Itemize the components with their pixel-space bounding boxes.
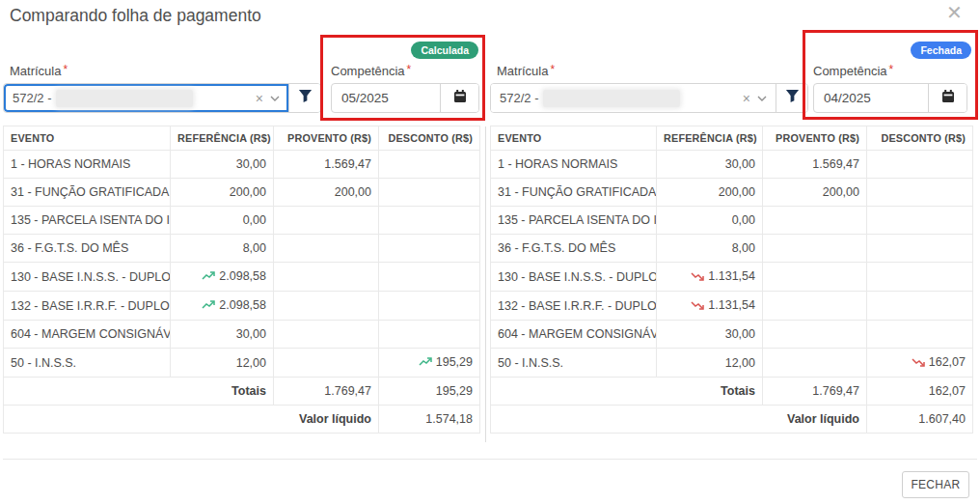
left-panel-header: Calculada Matrícula* 572/2 - × Competênc… <box>3 35 479 122</box>
matricula-value: 572/2 - <box>13 91 51 105</box>
table-row: 36 - F.G.T.S. DO MÊS 8,00 <box>491 235 973 263</box>
calendar-icon <box>453 90 467 107</box>
filter-button[interactable] <box>288 84 320 112</box>
calendar-icon <box>941 90 955 107</box>
table-row: 31 - FUNÇÃO GRATIFICADA I 200,00 200,00 <box>4 179 480 207</box>
fechar-button[interactable]: FECHAR <box>902 471 969 498</box>
matricula-label: Matrícula* <box>497 63 555 78</box>
matricula-combobox[interactable]: 572/2 - × <box>491 84 776 112</box>
clear-icon[interactable]: × <box>256 92 263 105</box>
matricula-combobox[interactable]: 572/2 - × <box>4 84 288 112</box>
panel-divider <box>485 126 486 442</box>
filter-funnel-icon <box>298 89 313 107</box>
competencia-input[interactable] <box>332 84 440 112</box>
table-row: 130 - BASE I.N.S.S. - DUPLO ... 2.098,58 <box>4 263 480 292</box>
table-row: 36 - F.G.T.S. DO MÊS 8,00 <box>4 235 480 263</box>
matricula-input-group: 572/2 - × <box>490 83 808 113</box>
table-header-row: EVENTO REFERÊNCIA (R$) PROVENTO (R$) DES… <box>4 126 480 151</box>
matricula-input-group: 572/2 - × <box>3 83 321 113</box>
redacted-employee-name <box>56 90 193 107</box>
table-row: 135 - PARCELA ISENTA DO I.... 0,00 <box>491 207 973 235</box>
trend-up-icon <box>202 270 215 284</box>
table-row: 604 - MARGEM CONSIGNÁV... 30,00 <box>4 321 480 349</box>
table-row: 1 - HORAS NORMAIS 30,00 1.569,47 <box>4 151 480 179</box>
trend-up-icon <box>202 299 215 313</box>
redacted-employee-name <box>543 90 680 107</box>
table-row: 1 - HORAS NORMAIS 30,00 1.569,47 <box>491 151 973 179</box>
calendar-button[interactable] <box>440 84 478 112</box>
table-row: 604 - MARGEM CONSIGNÁV... 30,00 <box>491 321 973 349</box>
totals-row: Totais 1.769,47 162,07 <box>491 378 973 406</box>
calendar-button[interactable] <box>928 84 966 112</box>
col-provento: PROVENTO (R$) <box>763 126 867 151</box>
col-evento: EVENTO <box>4 126 171 151</box>
right-payroll-table: EVENTO REFERÊNCIA (R$) PROVENTO (R$) DES… <box>490 126 973 434</box>
table-row: 132 - BASE I.R.R.F. - DUPLO ... 2.098,58 <box>4 292 480 321</box>
filter-button[interactable] <box>776 84 807 112</box>
modal-title: Comparando folha de pagamento <box>10 6 261 26</box>
matricula-label: Matrícula* <box>10 63 68 78</box>
col-desconto: DESCONTO (R$) <box>379 126 480 151</box>
table-row: 50 - I.N.S.S. 12,00 162,07 <box>491 349 973 378</box>
table-row: 135 - PARCELA ISENTA DO I.... 0,00 <box>4 207 480 235</box>
totals-row: Totais 1.769,47 195,29 <box>4 378 480 406</box>
col-provento: PROVENTO (R$) <box>274 126 379 151</box>
status-badge-calculada: Calculada <box>411 42 478 59</box>
net-value-row: Valor líquido 1.607,40 <box>491 406 973 434</box>
clear-icon[interactable]: × <box>743 92 750 105</box>
competencia-label: Competência* <box>331 63 411 78</box>
status-badge-fechada: Fechada <box>911 42 971 59</box>
col-referencia: REFERÊNCIA (R$) <box>657 126 763 151</box>
col-evento: EVENTO <box>491 126 657 151</box>
chevron-down-icon[interactable] <box>270 96 280 101</box>
table-header-row: EVENTO REFERÊNCIA (R$) PROVENTO (R$) DES… <box>491 126 973 151</box>
footer-divider <box>3 459 977 460</box>
competencia-input-group <box>813 83 967 113</box>
table-row: 50 - I.N.S.S. 12,00 195,29 <box>4 349 480 378</box>
table-row: 130 - BASE I.N.S.S. - DUPLO ... 1.131,54 <box>491 263 973 292</box>
right-panel-header: Fechada Matrícula* 572/2 - × Competência… <box>490 35 972 122</box>
trend-down-icon <box>691 299 704 313</box>
table-row: 132 - BASE I.R.R.F. - DUPLO ... 1.131,54 <box>491 292 973 321</box>
trend-up-icon <box>419 356 432 370</box>
trend-down-icon <box>691 270 704 284</box>
net-value-row: Valor líquido 1.574,18 <box>4 406 480 434</box>
competencia-input[interactable] <box>814 84 928 112</box>
matricula-value: 572/2 - <box>500 91 538 105</box>
col-referencia: REFERÊNCIA (R$) <box>171 126 274 151</box>
compare-payroll-modal: Comparando folha de pagamento ✕ Calculad… <box>0 0 980 504</box>
filter-funnel-icon <box>785 89 800 107</box>
competencia-label: Competência* <box>813 63 893 78</box>
close-icon[interactable]: ✕ <box>946 0 963 25</box>
trend-down-icon <box>912 356 925 370</box>
chevron-down-icon[interactable] <box>757 96 767 101</box>
left-payroll-table: EVENTO REFERÊNCIA (R$) PROVENTO (R$) DES… <box>3 126 480 434</box>
competencia-input-group <box>331 83 479 113</box>
col-desconto: DESCONTO (R$) <box>867 126 973 151</box>
table-row: 31 - FUNÇÃO GRATIFICADA I 200,00 200,00 <box>491 179 973 207</box>
